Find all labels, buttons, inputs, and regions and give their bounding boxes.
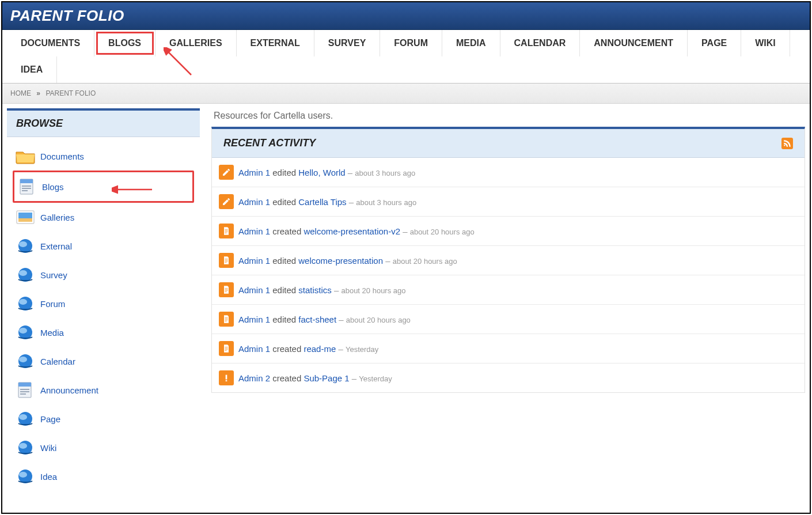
- tab-galleries[interactable]: GALLERIES: [155, 30, 237, 56]
- activity-target-link[interactable]: fact-sheet: [298, 315, 336, 324]
- page-header: PARENT FOLIO: [2, 2, 810, 30]
- tab-survey[interactable]: SURVEY: [314, 30, 381, 56]
- activity-user-link[interactable]: Admin 1: [238, 315, 270, 324]
- sidebar-item-blogs[interactable]: Blogs: [13, 171, 194, 203]
- svg-rect-7: [18, 213, 32, 218]
- sidebar-item-label[interactable]: Wiki: [40, 443, 56, 453]
- sidebar-item-page[interactable]: Page: [13, 404, 194, 433]
- sidebar-item-label[interactable]: Media: [40, 328, 64, 338]
- sidebar-item-external[interactable]: External: [13, 232, 194, 260]
- activity-target-link[interactable]: Cartella Tips: [298, 197, 346, 207]
- tab-blogs[interactable]: BLOGS: [94, 30, 155, 56]
- tab-page[interactable]: PAGE: [688, 30, 741, 56]
- svg-point-16: [19, 328, 27, 334]
- breadcrumb-home[interactable]: HOME: [10, 89, 31, 97]
- breadcrumb: HOME » PARENT FOLIO: [2, 84, 810, 104]
- sidebar-item-label[interactable]: Documents: [40, 152, 84, 161]
- sidebar-item-label[interactable]: Survey: [40, 270, 67, 280]
- picture-icon: [15, 209, 36, 226]
- doc-icon: [219, 253, 234, 268]
- sidebar-item-label[interactable]: External: [40, 241, 72, 251]
- sidebar-item-announcement[interactable]: Announcement: [13, 376, 194, 404]
- rss-icon[interactable]: [781, 138, 793, 149]
- sidebar-item-label[interactable]: Announcement: [40, 385, 98, 395]
- activity-row: Admin 1 edited Cartella Tips – about 3 h…: [212, 187, 805, 217]
- sidebar-item-label[interactable]: Forum: [40, 299, 65, 309]
- activity-user-link[interactable]: Admin 1: [238, 197, 270, 207]
- sidebar-item-forum[interactable]: Forum: [13, 289, 194, 318]
- tab-idea[interactable]: IDEA: [7, 56, 57, 83]
- activity-target-link[interactable]: welcome-presentation: [298, 256, 383, 266]
- alert-icon: [219, 370, 234, 385]
- tab-forum[interactable]: FORUM: [380, 30, 442, 56]
- activity-row: Admin 1 edited fact-sheet – about 20 hou…: [212, 305, 805, 334]
- activity-target-link[interactable]: statistics: [298, 285, 332, 295]
- activity-user-link[interactable]: Admin 1: [238, 344, 270, 354]
- sidebar-item-media[interactable]: Media: [13, 318, 194, 347]
- tab-documents[interactable]: DOCUMENTS: [7, 30, 94, 56]
- globe-icon: [15, 410, 36, 427]
- sidebar-item-survey[interactable]: Survey: [13, 260, 194, 289]
- tab-wiki[interactable]: WIKI: [741, 30, 790, 56]
- svg-rect-20: [18, 383, 31, 387]
- activity-time: about 20 hours ago: [410, 228, 475, 236]
- svg-rect-32: [226, 380, 227, 381]
- sidebar-item-label[interactable]: Page: [40, 414, 60, 424]
- sidebar-title: BROWSE: [7, 111, 200, 137]
- activity-time: Yesterday: [359, 374, 392, 383]
- sidebar-item-label[interactable]: Idea: [40, 472, 57, 482]
- tab-announcement[interactable]: ANNOUNCEMENT: [580, 30, 688, 56]
- sidebar-item-documents[interactable]: Documents: [13, 142, 194, 171]
- folder-icon: [15, 147, 36, 165]
- activity-target-link[interactable]: read-me: [303, 344, 336, 354]
- sidebar-item-calendar[interactable]: Calendar: [13, 347, 194, 376]
- svg-rect-21: [20, 389, 29, 390]
- svg-point-14: [19, 299, 27, 305]
- activity-time: about 20 hours ago: [393, 257, 457, 266]
- sidebar: BROWSE DocumentsBlogsGalleriesExternalSu…: [7, 108, 200, 495]
- tab-calendar[interactable]: CALENDAR: [500, 30, 580, 56]
- globe-icon: [15, 439, 36, 456]
- activity-time: about 3 hours ago: [355, 169, 415, 177]
- activity-target-link[interactable]: Sub-Page 1: [303, 373, 349, 383]
- activity-user-link[interactable]: Admin 1: [238, 226, 270, 236]
- svg-rect-22: [20, 391, 29, 392]
- activity-time: about 3 hours ago: [356, 198, 416, 207]
- header-title: PARENT FOLIO: [10, 7, 124, 24]
- doc-icon: [219, 282, 234, 297]
- activity-target-link[interactable]: welcome-presentation-v2: [303, 226, 400, 236]
- tab-media[interactable]: MEDIA: [442, 30, 500, 56]
- sidebar-item-label[interactable]: Calendar: [40, 357, 75, 366]
- activity-time: about 20 hours ago: [341, 286, 405, 295]
- doc-icon: [219, 312, 234, 327]
- svg-point-10: [19, 241, 27, 247]
- tab-external[interactable]: EXTERNAL: [237, 30, 314, 56]
- svg-point-29: [19, 472, 27, 478]
- activity-user-link[interactable]: Admin 2: [238, 373, 270, 383]
- page-icon: [17, 178, 37, 195]
- activity-row: Admin 1 created welcome-presentation-v2 …: [212, 217, 805, 246]
- svg-rect-4: [22, 188, 31, 189]
- breadcrumb-sep: »: [36, 89, 40, 97]
- activity-user-link[interactable]: Admin 1: [238, 256, 270, 266]
- activity-row: Admin 2 created Sub-Page 1 – Yesterday: [212, 363, 805, 392]
- activity-row: Admin 1 edited statistics – about 20 hou…: [212, 275, 805, 305]
- svg-rect-8: [18, 218, 32, 222]
- sidebar-item-idea[interactable]: Idea: [13, 462, 194, 491]
- intro-text: Resources for Cartella users.: [211, 108, 805, 127]
- panel-header: RECENT ACTIVITY: [212, 129, 805, 158]
- edit-icon: [219, 194, 234, 209]
- activity-user-link[interactable]: Admin 1: [238, 168, 270, 177]
- activity-user-link[interactable]: Admin 1: [238, 285, 270, 295]
- sidebar-item-label[interactable]: Galleries: [40, 213, 74, 222]
- sidebar-item-label[interactable]: Blogs: [42, 182, 64, 192]
- sidebar-item-wiki[interactable]: Wiki: [13, 433, 194, 462]
- svg-point-27: [19, 443, 27, 449]
- svg-point-12: [19, 270, 27, 276]
- globe-icon: [15, 468, 36, 485]
- activity-target-link[interactable]: Hello, World: [298, 168, 345, 177]
- sidebar-item-galleries[interactable]: Galleries: [13, 203, 194, 232]
- activity-row: Admin 1 edited welcome-presentation – ab…: [212, 246, 805, 275]
- globe-icon: [15, 237, 36, 255]
- globe-icon: [15, 324, 36, 341]
